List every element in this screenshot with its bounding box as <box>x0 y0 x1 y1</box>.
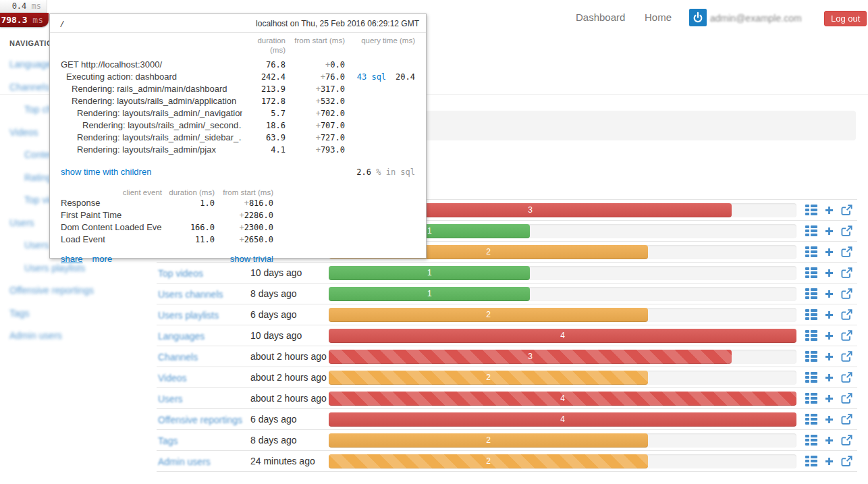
profiler-badge-slow[interactable]: 798.3 ms <box>0 13 49 27</box>
sidebar-item-label[interactable]: Tags <box>9 302 30 325</box>
nav-dashboard-link[interactable]: Dashboard <box>576 11 625 23</box>
add-icon[interactable] <box>825 415 834 424</box>
sql-count-link[interactable]: 43 sql <box>357 71 386 83</box>
list-icon[interactable] <box>805 267 817 278</box>
export-icon[interactable] <box>841 456 852 466</box>
model-link[interactable]: Users <box>158 394 183 404</box>
model-link[interactable]: Admin users <box>158 456 211 467</box>
model-link[interactable]: Users channels <box>158 289 223 300</box>
timing-duration: 242.4 <box>242 71 286 83</box>
sidebar-item[interactable]: Tags <box>0 302 157 325</box>
client-event-row: Load Event 11.0 2650.0 <box>50 234 426 246</box>
sidebar-item-label[interactable]: Videos <box>9 122 38 144</box>
add-icon[interactable] <box>825 227 834 236</box>
activity-bar: 3 <box>329 350 732 364</box>
bar-track: 4 <box>329 329 796 343</box>
model-link[interactable]: Languages <box>158 331 205 342</box>
export-icon[interactable] <box>841 393 852 404</box>
add-icon[interactable] <box>825 311 834 319</box>
export-icon[interactable] <box>841 246 852 257</box>
timing-from-start: 793.0 <box>286 144 345 156</box>
model-link[interactable]: Top videos <box>158 268 203 279</box>
show-trivial-link[interactable]: show trivial <box>230 254 273 264</box>
list-icon[interactable] <box>805 288 817 299</box>
add-icon[interactable] <box>825 373 834 382</box>
timing-from-start: 702.0 <box>286 107 345 119</box>
activity-bar: 1 <box>329 266 530 280</box>
power-icon <box>690 10 705 25</box>
client-event-row: First Paint Time 2286.0 <box>50 209 426 221</box>
list-icon[interactable] <box>805 414 817 425</box>
add-icon[interactable] <box>825 206 834 215</box>
list-icon[interactable] <box>805 351 817 362</box>
list-icon[interactable] <box>805 309 817 320</box>
export-icon[interactable] <box>841 330 852 341</box>
export-icon[interactable] <box>841 435 852 446</box>
list-icon[interactable] <box>805 330 817 341</box>
activity-bar-cell: 2 <box>326 304 801 325</box>
row-actions <box>801 200 857 220</box>
export-icon[interactable] <box>841 225 852 236</box>
logout-button[interactable]: Log out <box>824 11 867 26</box>
list-icon[interactable] <box>805 435 817 446</box>
timing-duration: 5.7 <box>242 107 286 119</box>
row-actions <box>801 325 857 346</box>
model-link[interactable]: Offensive reportings <box>158 414 242 425</box>
bar-track: 4 <box>329 412 796 427</box>
sidebar-item[interactable]: Offensive reportings <box>0 279 157 302</box>
server-info: localhost on Thu, 25 Feb 2016 06:29:12 G… <box>256 19 419 29</box>
timing-from-start: 76.0 <box>286 71 345 83</box>
model-name-cell: Users channels <box>157 284 250 304</box>
client-event-from-start: 816.0 <box>215 197 273 209</box>
client-event-label: Response <box>61 197 162 209</box>
sidebar-item-label[interactable]: Admin users <box>9 325 62 348</box>
add-icon[interactable] <box>825 248 834 257</box>
export-icon[interactable] <box>841 205 852 215</box>
add-icon[interactable] <box>825 457 834 466</box>
profiler-badge-fast[interactable]: 0.4 ms <box>0 0 47 13</box>
export-icon[interactable] <box>841 414 852 425</box>
model-link[interactable]: Tags <box>158 435 178 446</box>
add-icon[interactable] <box>825 290 834 298</box>
export-icon[interactable] <box>841 309 852 320</box>
sidebar-item-label[interactable]: Channels <box>9 76 49 99</box>
list-icon[interactable] <box>805 393 817 404</box>
sql-percent-value: 2.6 <box>356 167 371 177</box>
nav-home-link[interactable]: Home <box>645 11 672 23</box>
add-icon[interactable] <box>825 331 834 340</box>
model-name-cell: Users <box>157 388 250 408</box>
client-event-duration: 1.0 <box>162 197 215 209</box>
export-icon[interactable] <box>841 372 852 383</box>
add-icon[interactable] <box>825 352 834 361</box>
client-events-header: client event duration (ms) from start (m… <box>50 188 426 197</box>
model-link[interactable]: Channels <box>158 352 198 362</box>
bar-track: 1 <box>329 266 796 280</box>
timing-row: GET http://localhost:3000/ 76.8 0.0 <box>50 59 426 71</box>
row-actions <box>801 409 857 429</box>
badge-value: 798.3 <box>1 15 27 25</box>
export-icon[interactable] <box>841 288 852 299</box>
last-updated-cell: 8 days ago <box>250 284 326 304</box>
list-icon[interactable] <box>805 372 817 383</box>
add-icon[interactable] <box>825 269 834 277</box>
show-children-link[interactable]: show time with children <box>61 167 151 177</box>
add-icon[interactable] <box>825 436 834 445</box>
sidebar-item[interactable]: Admin users <box>0 324 157 347</box>
export-icon[interactable] <box>841 351 852 362</box>
add-icon[interactable] <box>825 394 834 403</box>
user-email: admin@example.com <box>710 13 802 24</box>
model-link[interactable]: Users playlists <box>158 310 219 321</box>
list-icon[interactable] <box>805 205 817 215</box>
bar-track: 2 <box>329 308 796 322</box>
timing-row: Rendering: layouts/rails_admin/_navigati… <box>50 107 426 119</box>
list-icon[interactable] <box>805 456 817 466</box>
model-link[interactable]: Videos <box>158 373 187 383</box>
list-icon[interactable] <box>805 225 817 236</box>
table-row: Videos about 2 hours ago 2 <box>157 367 857 387</box>
sidebar-item-label[interactable]: Offensive reportings <box>9 279 94 302</box>
more-link[interactable]: more <box>92 254 113 264</box>
share-link[interactable]: share <box>61 254 83 264</box>
sidebar-item-label[interactable]: Users <box>9 212 34 235</box>
export-icon[interactable] <box>841 267 852 278</box>
list-icon[interactable] <box>805 246 817 257</box>
